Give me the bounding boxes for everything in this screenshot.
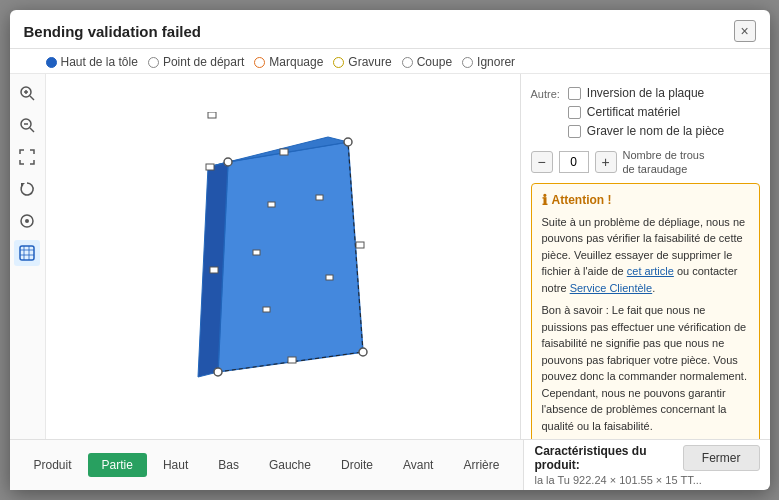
3d-shape (168, 112, 398, 402)
article-link[interactable]: cet article (627, 265, 674, 277)
svg-marker-7 (21, 183, 25, 187)
svg-line-5 (30, 128, 34, 132)
radio-dot-coupe (402, 57, 413, 68)
svg-rect-10 (20, 246, 34, 260)
svg-point-14 (224, 158, 232, 166)
svg-point-9 (25, 219, 29, 223)
dialog-header: Bending validation failed × (10, 10, 770, 49)
svg-rect-24 (253, 250, 260, 255)
tab-arriere[interactable]: Arrière (449, 453, 513, 477)
svg-rect-20 (288, 357, 296, 363)
checkbox-inversion-box[interactable] (568, 87, 581, 100)
right-panel: Autre: Inversion de la plaque Certificat… (520, 74, 770, 439)
svg-rect-22 (208, 112, 216, 118)
svg-point-15 (344, 138, 352, 146)
tab-gauche[interactable]: Gauche (255, 453, 325, 477)
radio-options-row: Haut de la tôle Point de départ Marquage… (10, 49, 770, 74)
radio-dot-gravure (333, 57, 344, 68)
autre-label: Autre: (531, 88, 560, 100)
bottom-section: Produit Partie Haut Bas Gauche Droite Av… (10, 439, 770, 490)
radio-point[interactable]: Point de départ (148, 55, 244, 69)
checkbox-inversion[interactable]: Inversion de la plaque (568, 86, 724, 100)
alert-title: ℹ Attention ! (542, 192, 749, 208)
alert-note: Bon à savoir : Le fait que nous ne puiss… (542, 302, 749, 434)
tab-partie[interactable]: Partie (88, 453, 147, 477)
svg-rect-19 (356, 242, 364, 248)
canvas-area (46, 74, 520, 439)
svg-rect-25 (263, 307, 270, 312)
svg-rect-18 (280, 149, 288, 155)
checkbox-graver-box[interactable] (568, 125, 581, 138)
svg-point-17 (214, 368, 222, 376)
svg-rect-27 (316, 195, 323, 200)
svg-rect-26 (268, 202, 275, 207)
product-chars-label: Caractéristiques du produit: (534, 444, 674, 472)
alert-icon: ℹ (542, 192, 547, 208)
tab-bar: Produit Partie Haut Bas Gauche Droite Av… (10, 440, 524, 490)
tab-bas[interactable]: Bas (204, 453, 253, 477)
counter-plus-button[interactable]: + (595, 151, 617, 173)
bending-validation-dialog: Bending validation failed × Haut de la t… (10, 10, 770, 490)
radio-dot-haut (46, 57, 57, 68)
tab-droite[interactable]: Droite (327, 453, 387, 477)
fit-tool[interactable] (14, 144, 40, 170)
product-val: la la Tu 922.24 × 101.55 × 15 TT... (534, 474, 759, 486)
counter-label: Nombre de trousde taraudage (623, 148, 705, 177)
view-tool[interactable] (14, 208, 40, 234)
counter-minus-button[interactable]: − (531, 151, 553, 173)
tab-avant[interactable]: Avant (389, 453, 447, 477)
svg-rect-21 (210, 267, 218, 273)
checkboxes-group: Inversion de la plaque Certificat matéri… (568, 86, 724, 138)
svg-rect-28 (326, 275, 333, 280)
counter-row: − 0 + Nombre de trousde taraudage (531, 148, 760, 177)
service-link[interactable]: Service Clientèle (570, 282, 653, 294)
close-icon[interactable]: × (734, 20, 756, 42)
alert-box: ℹ Attention ! Suite à un problème de dép… (531, 183, 760, 439)
svg-point-16 (359, 348, 367, 356)
svg-marker-11 (218, 142, 363, 372)
tab-haut[interactable]: Haut (149, 453, 202, 477)
tab-footer-row: Produit Partie Haut Bas Gauche Droite Av… (10, 440, 770, 490)
tab-produit[interactable]: Produit (20, 453, 86, 477)
svg-rect-23 (206, 164, 214, 170)
checkbox-certificat-box[interactable] (568, 106, 581, 119)
radio-marquage[interactable]: Marquage (254, 55, 323, 69)
radio-coupe[interactable]: Coupe (402, 55, 452, 69)
rotate-tool[interactable] (14, 176, 40, 202)
checkbox-certificat[interactable]: Certificat matériel (568, 105, 724, 119)
radio-gravure[interactable]: Gravure (333, 55, 391, 69)
zoom-in-tool[interactable] (14, 80, 40, 106)
close-footer-button[interactable]: Fermer (683, 445, 760, 471)
product-chars-section: Caractéristiques du produit: Fermer la l… (523, 440, 769, 490)
radio-dot-marquage (254, 57, 265, 68)
left-toolbar (10, 74, 46, 439)
mesh-tool[interactable] (14, 240, 40, 266)
checkbox-graver[interactable]: Graver le nom de la pièce (568, 124, 724, 138)
zoom-out-tool[interactable] (14, 112, 40, 138)
radio-dot-ignorer (462, 57, 473, 68)
radio-ignorer[interactable]: Ignorer (462, 55, 515, 69)
dialog-body: Autre: Inversion de la plaque Certificat… (10, 74, 770, 439)
radio-dot-point (148, 57, 159, 68)
svg-line-1 (30, 96, 34, 100)
alert-text: Suite à un problème de dépliage, nous ne… (542, 214, 749, 297)
dialog-title: Bending validation failed (24, 23, 202, 40)
radio-haut[interactable]: Haut de la tôle (46, 55, 138, 69)
counter-value: 0 (559, 151, 589, 173)
autre-section: Autre: Inversion de la plaque Certificat… (531, 82, 760, 138)
